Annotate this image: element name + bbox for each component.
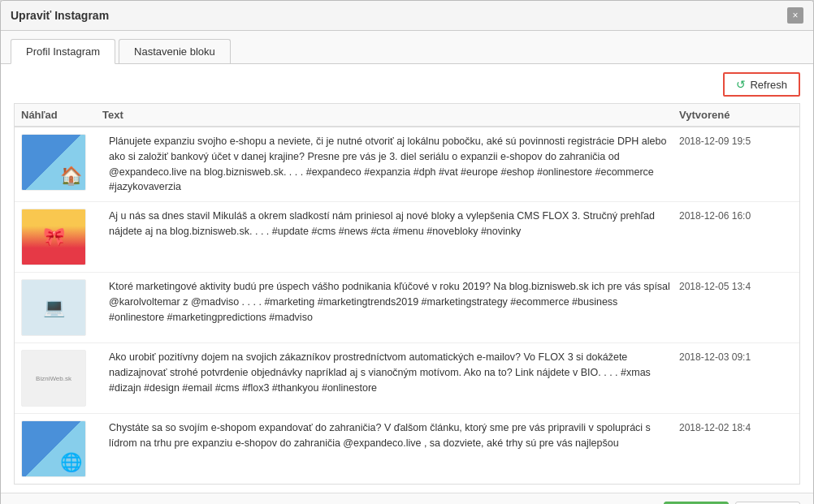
cell-thumbnail	[21, 279, 102, 336]
table-row: Chystáte sa so svojím e-shopom expandova…	[15, 414, 799, 484]
table-row: Ktoré marketingové aktivity budú pre úsp…	[15, 273, 799, 343]
post-thumbnail	[21, 279, 86, 336]
tab-content: ↺ Refresh Náhľad Text Vytvorené	[1, 64, 813, 493]
col-header-nahľad: Náhľad	[21, 109, 102, 121]
instagram-posts-table: Náhľad Text Vytvorené Plánujete expanziu…	[14, 103, 800, 485]
cell-text: Ako urobiť pozitívny dojem na svojich zá…	[102, 350, 679, 395]
cell-date: 2018-12-09 19:5	[679, 134, 793, 147]
refresh-button[interactable]: ↺ Refresh	[723, 72, 800, 97]
post-thumbnail	[21, 209, 86, 265]
table-header: Náhľad Text Vytvorené	[15, 104, 799, 127]
col-header-vytvorene: Vytvorené	[679, 109, 793, 121]
cell-thumbnail: BizniWeb.sk	[21, 350, 102, 407]
thumbnail-label: BizniWeb.sk	[32, 372, 75, 386]
tab-bar: Profil Instagram Nastavenie bloku	[1, 31, 813, 64]
refresh-icon: ↺	[736, 78, 746, 91]
col-header-text: Text	[102, 109, 679, 121]
cell-date: 2018-12-06 16:0	[679, 209, 793, 222]
edit-instagram-dialog: Upraviť Instagram × Profil Instagram Nas…	[0, 0, 814, 504]
cell-date: 2018-12-02 18:4	[679, 420, 793, 433]
tab-profil-instagram[interactable]: Profil Instagram	[11, 39, 115, 64]
cell-text: Aj u nás sa dnes stavil Mikuláš a okrem …	[102, 209, 679, 239]
close-button[interactable]: ×	[787, 7, 803, 24]
post-thumbnail	[21, 134, 86, 191]
cell-date: 2018-12-03 09:1	[679, 350, 793, 363]
dialog-title-bar: Upraviť Instagram ×	[1, 1, 813, 31]
cell-text: Ktoré marketingové aktivity budú pre úsp…	[102, 279, 679, 325]
table-row: Aj u nás sa dnes stavil Mikuláš a okrem …	[15, 202, 799, 273]
table-row: Plánujete expanziu svojho e-shopu a nevi…	[15, 127, 799, 202]
cell-text: Chystáte sa so svojím e-shopom expandova…	[102, 420, 679, 451]
dialog-footer: Uložiť Zrušiť	[1, 493, 813, 504]
dialog-body: Profil Instagram Nastavenie bloku ↺ Refr…	[1, 31, 813, 493]
toolbar: ↺ Refresh	[14, 72, 800, 97]
table-row: BizniWeb.sk Ako urobiť pozitívny dojem n…	[15, 343, 799, 414]
cell-thumbnail	[21, 134, 102, 191]
cell-thumbnail	[21, 209, 102, 265]
cell-text: Plánujete expanziu svojho e-shopu a nevi…	[102, 134, 679, 195]
post-thumbnail: BizniWeb.sk	[21, 350, 86, 407]
post-thumbnail	[21, 420, 86, 477]
cell-date: 2018-12-05 13:4	[679, 279, 793, 292]
dialog-title: Upraviť Instagram	[11, 9, 109, 22]
cell-thumbnail	[21, 420, 102, 477]
tab-nastavenie-bloku[interactable]: Nastavenie bloku	[119, 39, 231, 63]
table-body: Plánujete expanziu svojho e-shopu a nevi…	[15, 127, 799, 484]
